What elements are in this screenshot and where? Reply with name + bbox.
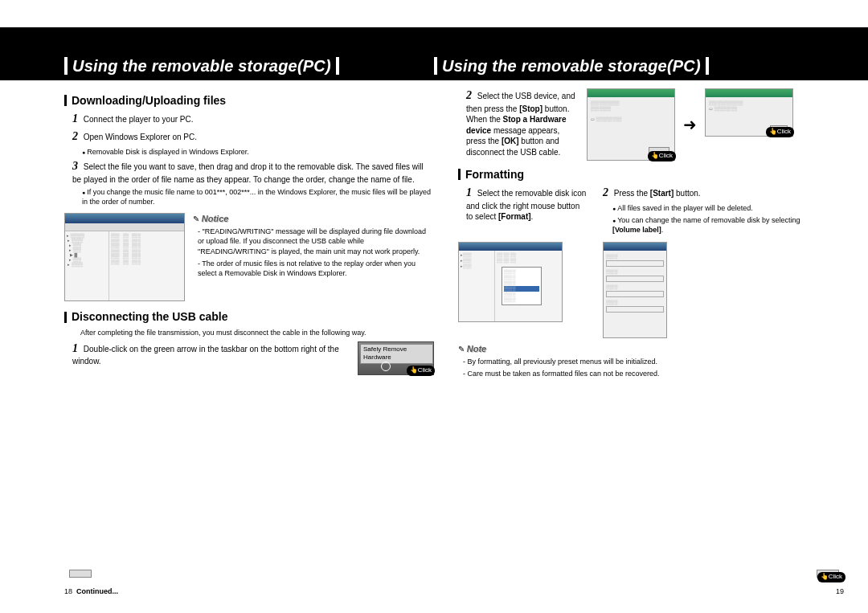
step-1-text: Connect the player to your PC. bbox=[84, 115, 194, 124]
figure-titlebar bbox=[65, 214, 184, 223]
step-number-icon: 1 bbox=[466, 186, 472, 198]
dialog-body: ░░░░ ░░░░ ░░░░ ░░░░ bbox=[604, 251, 666, 315]
note-label: ✎ Note bbox=[458, 343, 828, 357]
header-right-text: Using the removable storage(PC) bbox=[442, 57, 701, 76]
right-page: 2 Select the USB device, and then press … bbox=[458, 88, 828, 581]
note-item-2: Care must be taken as formatted files ca… bbox=[463, 369, 828, 378]
figure-tree-pane: ▸ ░░░░░ ▸ ░░░░ ▸ ░░░ ▸ ░░░ ▶ ▓ ▸ ░░░ ▸ ░… bbox=[65, 231, 109, 300]
green-arrow-icon bbox=[381, 362, 391, 371]
header-bar-icon bbox=[64, 57, 68, 75]
section-title-text: Disconnecting the USB cable bbox=[72, 309, 227, 325]
header-left-text: Using the removable storage(PC) bbox=[72, 57, 331, 76]
disconnect-step-1-text: Double-click on the green arrow in the t… bbox=[72, 345, 339, 366]
click-badge: 👆Click bbox=[817, 572, 845, 582]
header-right: Using the removable storage(PC) bbox=[434, 56, 709, 76]
click-badge: 👆Click bbox=[648, 151, 676, 161]
figure-titlebar bbox=[459, 243, 562, 251]
section-title-downloading: Downloading/Uploading files bbox=[64, 93, 434, 108]
dialog-body: ░░░░░░░░░░░░░░░░░▭ ░░░░░░░░░ bbox=[588, 97, 674, 125]
format-step-1: 1 Select the removable disk icon and cli… bbox=[466, 186, 587, 223]
header-left: Using the removable storage(PC) bbox=[64, 56, 339, 76]
click-badge: 👆Click bbox=[407, 366, 435, 376]
context-menu: ░░░░░░░░░░░░░░░░░░░░░░░░ bbox=[502, 267, 542, 305]
step-number-icon: 2 bbox=[72, 130, 78, 142]
step-number-icon: 3 bbox=[72, 160, 78, 172]
figure-tree-pane: ▸░░░▸░░░▸░░░ bbox=[459, 251, 495, 321]
section-bar-icon bbox=[64, 312, 67, 323]
step-3: 3 Select the file you want to save, then… bbox=[72, 159, 434, 185]
disconnect-step-1: 1 Double-click on the green arrow in the… bbox=[72, 341, 350, 367]
notice-item-2: The order of music files is not relative… bbox=[198, 259, 434, 278]
left-page: Downloading/Uploading files 1 Connect th… bbox=[64, 88, 434, 581]
step-3-text: Select the file you want to save, then d… bbox=[72, 162, 424, 184]
format-step-2-text: Press the [Start] button. bbox=[614, 189, 701, 198]
step-2-text: Open Windows Explorer on PC. bbox=[84, 133, 197, 141]
notice-label: ✎ Notice bbox=[193, 213, 434, 227]
dialog-titlebar bbox=[604, 243, 666, 251]
format-step-1-text: Select the removable disk icon and click… bbox=[466, 189, 586, 221]
note-item-1: By formatting, all previously preset men… bbox=[463, 357, 828, 366]
page-number-right: 19 bbox=[836, 587, 844, 595]
format-dialog-figure: ░░░░ ░░░░ ░░░░ ░░░░ 👆Click bbox=[603, 242, 667, 338]
step-number-icon: 2 bbox=[466, 89, 472, 101]
format-start-button bbox=[69, 570, 92, 578]
unplug-dialog-figure: ░░░░░░░░░░░░░░░░░▭ ░░░░░░░░░ 👆Click bbox=[587, 88, 675, 161]
right-step-2: 2 Select the USB device, and then press … bbox=[466, 88, 579, 157]
disconnect-intro: After completing the file transmission, … bbox=[80, 328, 434, 337]
step-2-bullet: Removable Disk is displayed in Windows E… bbox=[82, 147, 434, 157]
header-bar-icon bbox=[434, 57, 437, 75]
manual-spread: Using the removable storage(PC) Using th… bbox=[0, 0, 868, 613]
dialog-titlebar bbox=[588, 89, 674, 97]
section-title-text: Downloading/Uploading files bbox=[72, 93, 226, 108]
step-number-icon: 2 bbox=[603, 186, 608, 198]
format-bullet-1: All files saved in the player will be de… bbox=[612, 203, 828, 213]
section-title-text: Formatting bbox=[465, 167, 524, 182]
arrow-icon: ➜ bbox=[683, 114, 697, 136]
step-number-icon: 1 bbox=[72, 342, 78, 354]
page-number-left: 18 Continued... bbox=[64, 587, 118, 595]
content-area: Downloading/Uploading files 1 Connect th… bbox=[64, 88, 844, 581]
section-bar-icon bbox=[64, 95, 67, 106]
stop-hardware-dialog-figure: ░░░░░░░░░░░░▭ ░░░░░░░░ 👆Click bbox=[705, 88, 793, 137]
taskbar-figure: Safely Remove Hardware 👆Click bbox=[358, 341, 434, 375]
section-title-disconnect: Disconnecting the USB cable bbox=[64, 309, 434, 325]
figure-toolbar bbox=[65, 223, 184, 231]
dialog-titlebar bbox=[706, 89, 792, 97]
windows-explorer-figure: ▸ ░░░░░ ▸ ░░░░ ▸ ░░░ ▸ ░░░ ▶ ▓ ▸ ░░░ ▸ ░… bbox=[64, 213, 185, 301]
explorer-context-menu-figure: ▸░░░▸░░░▸░░░ ░░ ░░ ░░░░ ░░ ░░ ░░░░░░░░░░… bbox=[458, 242, 563, 322]
header-bar-icon bbox=[706, 57, 709, 75]
note-block: ✎ Note By formatting, all previously pre… bbox=[458, 343, 828, 378]
figure-file-list: ░░ ░░ ░░░░ ░░ ░░ ░░░░░░░░░░░░░░░░░░░░░░░… bbox=[495, 251, 562, 321]
step-3-bullet: If you change the music file name to 001… bbox=[82, 187, 434, 206]
step-number-icon: 1 bbox=[72, 112, 78, 125]
step-1: 1 Connect the player to your PC. bbox=[72, 112, 434, 127]
figure-file-list: ░░░ ░░ ░░░░░░ ░░ ░░░░░░ ░░ ░░░░░░ ░░ ░░░… bbox=[109, 231, 184, 300]
section-bar-icon bbox=[458, 169, 461, 180]
format-step-2: 2 Press the [Start] button. bbox=[603, 186, 828, 201]
step-2: 2 Open Windows Explorer on PC. bbox=[72, 129, 434, 145]
section-title-formatting: Formatting bbox=[458, 167, 828, 182]
format-bullet-2: You can change the name of removable dis… bbox=[612, 215, 828, 235]
dialog-body: ░░░░░░░░░░░░▭ ░░░░░░░░ bbox=[706, 97, 792, 115]
right-step-2-text: Select the USB device, and then press th… bbox=[466, 92, 575, 157]
click-badge: 👆Click bbox=[766, 127, 794, 137]
header-bar-icon bbox=[336, 57, 339, 75]
safely-remove-tooltip: Safely Remove Hardware bbox=[360, 344, 433, 365]
notice-item-1: "READING/WRITING" message will be displa… bbox=[198, 227, 434, 255]
